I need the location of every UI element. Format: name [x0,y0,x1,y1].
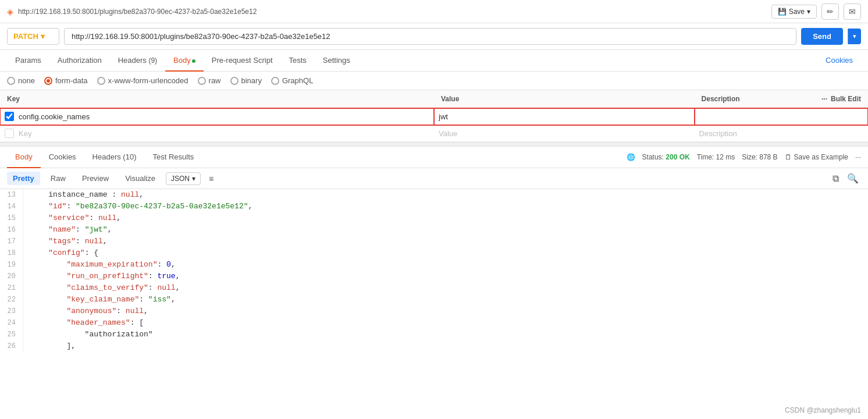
body-type-row: none form-data x-www-form-urlencoded raw… [0,72,868,90]
send-button[interactable]: Send [801,28,843,45]
form-row-1-checkbox[interactable] [5,112,14,121]
tab-settings[interactable]: Settings [315,50,358,72]
radio-circle-raw [198,77,206,85]
line-number: 21 [0,282,23,294]
code-line: 16 "name": "jwt", [0,224,868,236]
search-response-button[interactable]: 🔍 [845,172,861,185]
edit-button[interactable]: ✏ [821,3,839,20]
line-content: "tags": null, [23,236,108,247]
form-row-1-key-cell: config.cookie_names [0,108,434,125]
resp-tab-headers[interactable]: Headers (10) [84,147,145,168]
format-visualize[interactable]: Visualize [119,172,161,185]
json-dropdown-arrow: ▾ [192,175,195,183]
tab-body[interactable]: Body [165,50,204,72]
radio-none[interactable]: none [7,76,35,85]
code-panel[interactable]: 13 instance_name : null,14 "id": "be82a3… [0,189,868,419]
code-line: 14 "id": "be82a370-90ec-4237-b2a5-0ae32e… [0,201,868,212]
line-content: "key_claim_name": "iss", [23,294,176,306]
radio-urlencoded[interactable]: x-www-form-urlencoded [97,76,188,85]
format-raw[interactable]: Raw [45,172,72,185]
radio-circle-binary [230,77,239,85]
resp-size: Size: 878 B [742,153,777,161]
bulk-edit-button[interactable]: Bulk Edit [831,95,861,103]
line-content: ], [23,340,76,352]
resp-tab-body[interactable]: Body [7,147,41,168]
line-content: "id": "be82a370-90ec-4237-b2a5-0ae32e1e5… [23,201,252,212]
method-label: PATCH [13,32,38,41]
code-line: 26 ], [0,340,868,352]
radio-circle-form-data [44,77,52,85]
radio-form-data[interactable]: form-data [44,76,88,85]
form-empty-checkbox[interactable] [5,129,14,138]
radio-raw[interactable]: raw [198,76,221,85]
more-icon[interactable]: ··· [821,95,827,103]
watermark: CSDN @zhangshenglu1 [785,406,861,414]
line-number: 25 [0,329,23,340]
json-select[interactable]: JSON ▾ [166,172,201,185]
resp-tab-cookies[interactable]: Cookies [41,147,84,168]
copy-button[interactable]: ⧉ [830,172,841,185]
tab-tests[interactable]: Tests [281,50,315,72]
resp-more-icon[interactable]: ··· [855,153,861,161]
line-number: 19 [0,259,23,271]
tab-headers[interactable]: Headers (9) [110,50,165,72]
globe-icon: 🌐 [627,153,635,161]
save-example-button[interactable]: 🗒 Save as Example [785,153,848,161]
form-empty-desc[interactable]: Description [695,125,868,142]
form-empty-key[interactable]: Key [0,125,434,142]
radio-circle-none [7,77,15,85]
form-row-1-value-cell[interactable]: jwt [434,108,695,125]
url-input[interactable] [64,28,796,45]
send-dropdown[interactable]: ▾ [848,29,861,44]
save-dropdown-arrow: ▾ [807,8,810,16]
radio-circle-graphql [271,77,279,85]
line-number: 18 [0,247,23,259]
form-data-table: Key Value Description ··· Bulk Edit [0,90,868,142]
response-tabs-row: Body Cookies Headers (10) Test Results 🌐… [0,147,868,168]
resp-status: Status: 200 OK [642,153,690,161]
code-line: 25 "authorization" [0,329,868,340]
resp-tab-test-results[interactable]: Test Results [144,147,202,168]
radio-graphql[interactable]: GraphQL [271,76,313,85]
save-button[interactable]: 💾 Save ▾ [771,5,817,19]
tab-params[interactable]: Params [7,50,49,72]
filter-icon[interactable]: ≡ [205,173,217,184]
line-content: "header_names": [ [23,317,144,329]
radio-binary[interactable]: binary [230,76,262,85]
line-content: "authorization" [23,329,153,340]
tab-pre-request-script[interactable]: Pre-request Script [204,50,281,72]
code-line: 18 "config": { [0,247,868,259]
line-content: instance_name : null, [23,189,144,201]
cookies-link[interactable]: Cookies [817,50,861,72]
code-line: 19 "maximum_expiration": 0, [0,259,868,271]
form-row-1-key-value[interactable]: config.cookie_names [19,112,90,121]
line-content: "claims_to_verify": null, [23,282,180,294]
resp-time: Time: 12 ms [697,153,735,161]
form-empty-value[interactable]: Value [434,125,695,142]
tab-authorization[interactable]: Authorization [49,50,110,72]
format-right: ⧉ 🔍 [830,172,861,185]
save-icon: 💾 [778,8,787,16]
section-divider [0,142,868,147]
line-number: 24 [0,317,23,329]
line-number: 13 [0,189,23,201]
line-number: 15 [0,212,23,224]
code-line: 21 "claims_to_verify": null, [0,282,868,294]
request-tabs: Params Authorization Headers (9) Body Pr… [0,50,868,72]
top-bar-left: ◈ http://192.168.19.50:8001/plugins/be82… [7,7,257,16]
line-content: "config": { [23,247,98,259]
line-number: 22 [0,294,23,306]
format-preview[interactable]: Preview [76,172,115,185]
form-row-1-desc-cell[interactable] [695,108,868,125]
top-bar: ◈ http://192.168.19.50:8001/plugins/be82… [0,0,868,23]
code-line: 20 "run_on_preflight": true, [0,271,868,282]
line-content: "service": null, [23,212,121,224]
form-row-1: config.cookie_names jwt [0,108,868,125]
code-line: 22 "key_claim_name": "iss", [0,294,868,306]
chat-button[interactable]: ✉ [844,3,861,20]
method-select[interactable]: PATCH ▾ [7,28,59,45]
bulk-edit-area: ··· Bulk Edit [821,95,861,103]
format-pretty[interactable]: Pretty [7,172,40,185]
line-content: "run_on_preflight": true, [23,271,180,282]
line-content: "maximum_expiration": 0, [23,259,176,271]
